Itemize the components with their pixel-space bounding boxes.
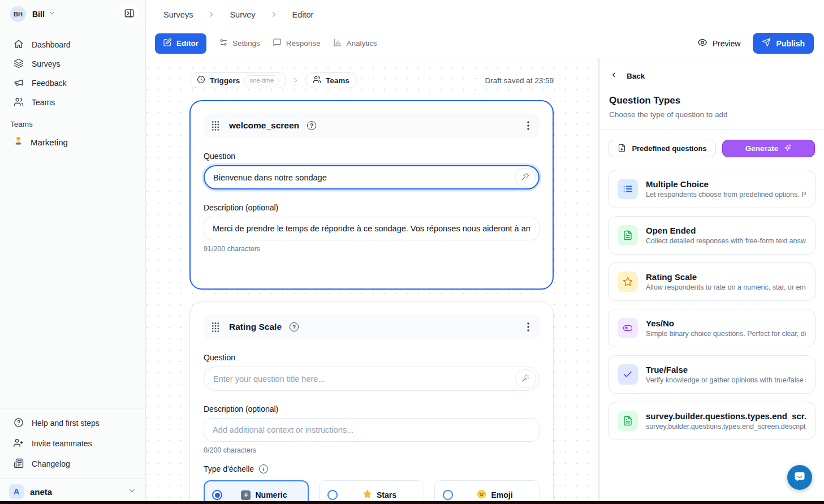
question-title-input[interactable] [213, 173, 515, 182]
flow-steps: Triggers one-time Teams Draft saved at 2… [189, 72, 554, 88]
type-description: Collect detailed responses with free-for… [646, 237, 806, 245]
tab-label: Response [286, 39, 321, 48]
eye-icon [697, 37, 707, 49]
workspace-name: Bill [32, 10, 45, 19]
sidebar-item-teams[interactable]: Teams [0, 93, 145, 112]
preview-button[interactable]: Preview [697, 37, 741, 49]
question-label: Question [204, 353, 540, 362]
description-input[interactable] [204, 418, 540, 442]
type-card-yes-no[interactable]: Yes/No Simple binary choice questions. P… [608, 309, 816, 347]
type-title: Multiple Choice [646, 179, 806, 189]
sidebar-item-label: Dashboard [32, 40, 71, 49]
question-card-welcome-screen[interactable]: welcome_screen ? Question Description (o… [189, 100, 554, 290]
card-title: Rating Scale [229, 322, 282, 332]
scale-type-text: Type d'échelle [204, 464, 254, 473]
question-card-rating-scale[interactable]: Rating Scale ? Question Description (opt… [189, 301, 554, 504]
user-name: aneta [30, 487, 52, 497]
char-counter: 0/200 characters [204, 446, 540, 454]
ai-rewrite-button[interactable] [515, 369, 536, 388]
survey-canvas: Triggers one-time Teams Draft saved at 2… [146, 58, 598, 504]
magic-wand-icon [521, 374, 530, 384]
drag-handle-icon[interactable] [212, 322, 219, 333]
help-circle-icon[interactable]: ? [290, 322, 299, 331]
sidebar-nav: Dashboard Surveys Feedback Teams Teams M… [0, 28, 145, 152]
type-card-true-false[interactable]: True/False Verify knowledge or gather op… [608, 355, 816, 394]
type-title: Open Ended [646, 226, 806, 235]
card-title: welcome_screen [229, 120, 299, 131]
star-emoji [363, 489, 372, 501]
publish-label: Publish [776, 39, 805, 48]
scale-option-numeric[interactable]: # Numeric [204, 480, 309, 504]
back-label: Back [627, 72, 645, 80]
generate-button[interactable]: Generate [722, 140, 815, 157]
layers-icon [14, 58, 24, 70]
tab-editor[interactable]: Editor [155, 33, 206, 54]
workspace-switcher[interactable]: BH Bill [0, 0, 145, 28]
card-menu-button[interactable] [525, 119, 532, 132]
tab-analytics[interactable]: Analytics [333, 38, 377, 49]
type-card-multiple-choice[interactable]: Multiple Choice Let respondents choose f… [608, 170, 816, 208]
info-icon[interactable]: i [259, 464, 268, 473]
users-icon [313, 75, 321, 86]
chevron-down-icon [48, 9, 56, 19]
type-title: True/False [646, 365, 806, 374]
breadcrumb-editor[interactable]: Editor [292, 10, 314, 19]
pencil-square-icon [163, 38, 172, 49]
scale-option-stars[interactable]: Stars [319, 480, 424, 504]
breadcrumb-surveys[interactable]: Surveys [163, 10, 193, 19]
editor-toolbar: Editor Settings Response Analytics Previ… [146, 29, 824, 58]
user-menu[interactable]: A aneta [0, 479, 145, 504]
help-circle-icon[interactable]: ? [307, 121, 316, 130]
sidebar-item-label: Help and first steps [32, 419, 100, 428]
tab-settings[interactable]: Settings [219, 38, 260, 49]
card-menu-button[interactable] [525, 320, 532, 334]
sidebar-item-help[interactable]: Help and first steps [0, 413, 145, 433]
type-card-open-ended[interactable]: Open Ended Collect detailed responses wi… [608, 216, 816, 255]
ai-rewrite-button[interactable] [515, 168, 536, 187]
question-title-input[interactable] [213, 374, 515, 384]
type-card-rating-scale[interactable]: Rating Scale Allow respondents to rate o… [608, 262, 816, 301]
newspaper-icon [14, 458, 24, 470]
predefined-questions-button[interactable]: Predefined questions [609, 140, 716, 157]
sidebar-item-dashboard[interactable]: Dashboard [0, 35, 145, 54]
scale-option-emoji[interactable]: Emoji [434, 480, 540, 504]
panel-subtitle: Choose the type of question to add [609, 110, 824, 119]
sidebar-item-label: Teams [32, 98, 55, 107]
generate-label: Generate [745, 144, 779, 153]
type-title: Yes/No [646, 318, 806, 328]
sidebar-item-label: Surveys [32, 59, 61, 68]
sidebar-item-feedback[interactable]: Feedback [0, 74, 145, 93]
sidebar-item-invite[interactable]: Invite teammates [0, 433, 145, 454]
scale-option-label: Stars [377, 490, 396, 499]
triggers-label: Triggers [210, 76, 240, 85]
users-icon [14, 97, 24, 109]
question-type-list: Multiple Choice Let respondents choose f… [608, 170, 816, 440]
drag-handle-icon[interactable] [212, 120, 219, 131]
chevron-right-icon [292, 76, 300, 84]
triggers-pill[interactable]: Triggers one-time [189, 72, 286, 88]
sidebar-item-changelog[interactable]: Changelog [0, 454, 145, 474]
char-counter: 91/200 characters [204, 245, 540, 253]
user-plus-icon [14, 438, 24, 450]
description-input[interactable] [204, 217, 540, 240]
magic-wand-icon [521, 173, 529, 183]
tab-response[interactable]: Response [273, 38, 321, 49]
sidebar-item-surveys[interactable]: Surveys [0, 54, 145, 74]
panel-title: Question Types [609, 95, 824, 106]
scale-type-label: Type d'échelle i [204, 464, 540, 473]
back-button[interactable]: Back [610, 71, 645, 81]
chat-launcher-button[interactable] [787, 465, 812, 490]
question-types-panel: Back Question Types Choose the type of q… [598, 58, 824, 504]
sidebar-collapse-button[interactable] [119, 5, 139, 24]
type-description: Verify knowledge or gather opinions with… [646, 376, 806, 384]
help-circle-icon [14, 417, 24, 429]
teams-pill[interactable]: Teams [305, 72, 357, 88]
breadcrumb-survey[interactable]: Survey [230, 10, 255, 19]
star-icon [618, 272, 638, 292]
teams-section-heading: Teams [10, 120, 145, 128]
publish-button[interactable]: Publish [753, 33, 814, 54]
draft-status: Draft saved at 23:59 [485, 76, 554, 85]
type-card-end-screen[interactable]: survey.builder.questions.types.end_scr..… [608, 402, 816, 440]
sidebar-item-marketing[interactable]: Marketing [0, 132, 145, 152]
sidebar-item-label: Feedback [32, 79, 66, 88]
